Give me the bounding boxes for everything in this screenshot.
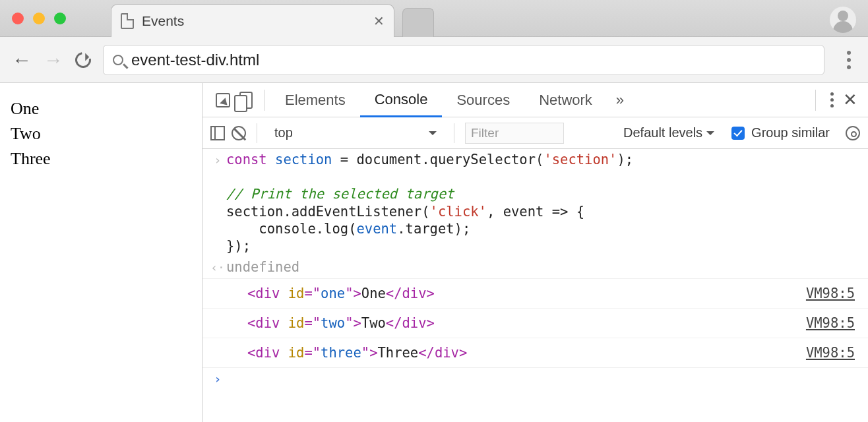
separator bbox=[264, 90, 265, 111]
reload-button[interactable] bbox=[75, 52, 91, 68]
tab-sources[interactable]: Sources bbox=[442, 83, 524, 117]
console-toolbar: top Filter Default levels Group similar bbox=[202, 117, 868, 149]
close-tab-icon[interactable]: ✕ bbox=[373, 13, 385, 29]
back-button[interactable]: ← bbox=[12, 49, 32, 71]
console-input-code[interactable]: const section = document.querySelector('… bbox=[226, 151, 633, 255]
group-similar-label: Group similar bbox=[751, 125, 830, 140]
page-content: One Two Three bbox=[0, 83, 202, 422]
separator bbox=[815, 90, 816, 111]
checkbox-checked-icon bbox=[731, 127, 745, 140]
zoom-window-button[interactable] bbox=[54, 13, 66, 24]
chevron-down-icon bbox=[429, 131, 437, 139]
browser-tab[interactable]: Events ✕ bbox=[111, 4, 394, 37]
console-settings-button[interactable] bbox=[846, 126, 860, 140]
search-icon bbox=[113, 55, 123, 65]
devtools-panel: Elements Console Sources Network » ✕ top… bbox=[202, 83, 868, 422]
console-log-row: <div id="one">One</div> VM98:5 bbox=[202, 279, 868, 309]
console-input-row: › const section = document.querySelector… bbox=[202, 149, 868, 256]
window-controls bbox=[12, 13, 66, 24]
device-toolbar-icon[interactable] bbox=[239, 92, 253, 109]
console-log-value[interactable]: <div id="one">One</div> bbox=[209, 285, 435, 302]
log-levels-select[interactable]: Default levels bbox=[623, 125, 714, 140]
inspect-element-icon[interactable] bbox=[216, 93, 230, 107]
log-source-link[interactable]: VM98:5 bbox=[806, 315, 861, 332]
more-tabs-button[interactable]: » bbox=[607, 92, 633, 109]
forward-button[interactable]: → bbox=[44, 49, 63, 71]
close-window-button[interactable] bbox=[12, 13, 24, 24]
console-log-value[interactable]: <div id="two">Two</div> bbox=[209, 315, 435, 332]
devtools-tabs: Elements Console Sources Network » ✕ bbox=[202, 83, 868, 117]
execution-context-select[interactable]: top bbox=[268, 123, 443, 144]
console-log-row: <div id="two">Two</div> VM98:5 bbox=[202, 309, 868, 338]
tab-elements[interactable]: Elements bbox=[270, 83, 360, 117]
console-output: › const section = document.querySelector… bbox=[202, 149, 868, 422]
clear-console-button[interactable] bbox=[232, 126, 246, 140]
browser-menu-button[interactable] bbox=[842, 51, 856, 69]
levels-label: Default levels bbox=[623, 125, 702, 140]
context-value: top bbox=[274, 125, 293, 140]
console-result-row: ‹· undefined bbox=[202, 256, 868, 278]
log-source-link[interactable]: VM98:5 bbox=[806, 285, 861, 302]
tab-strip: Events ✕ bbox=[0, 0, 868, 37]
group-similar-toggle[interactable]: Group similar bbox=[731, 125, 830, 140]
page-item[interactable]: One bbox=[11, 96, 191, 121]
chevron-down-icon bbox=[706, 131, 714, 139]
separator bbox=[257, 123, 257, 143]
console-result-value: undefined bbox=[226, 258, 299, 276]
close-devtools-button[interactable]: ✕ bbox=[843, 90, 857, 110]
console-filter-input[interactable]: Filter bbox=[465, 123, 564, 144]
result-icon: ‹· bbox=[209, 258, 226, 275]
url-text: event-test-div.html bbox=[131, 51, 259, 69]
log-source-link[interactable]: VM98:5 bbox=[806, 344, 861, 361]
separator bbox=[454, 123, 454, 143]
tab-network[interactable]: Network bbox=[524, 83, 607, 117]
browser-toolbar: ← → event-test-div.html bbox=[0, 37, 868, 83]
console-log-value[interactable]: <div id="three">Three</div> bbox=[209, 344, 467, 361]
prompt-icon: › bbox=[209, 370, 226, 386]
page-item[interactable]: Three bbox=[11, 146, 191, 171]
console-log-row: <div id="three">Three</div> VM98:5 bbox=[202, 338, 868, 368]
tab-title: Events bbox=[142, 13, 184, 29]
new-tab-button[interactable] bbox=[402, 8, 434, 37]
devtools-menu-button[interactable] bbox=[830, 92, 834, 107]
prompt-icon: › bbox=[209, 151, 226, 167]
profile-avatar[interactable] bbox=[830, 7, 856, 33]
page-item[interactable]: Two bbox=[11, 121, 191, 146]
tab-console[interactable]: Console bbox=[360, 83, 443, 117]
reload-icon bbox=[72, 49, 94, 71]
console-prompt-row[interactable]: › bbox=[202, 368, 868, 388]
minimize-window-button[interactable] bbox=[33, 13, 45, 24]
console-sidebar-toggle[interactable] bbox=[210, 126, 225, 140]
file-icon bbox=[121, 13, 134, 29]
address-bar[interactable]: event-test-div.html bbox=[103, 45, 824, 75]
